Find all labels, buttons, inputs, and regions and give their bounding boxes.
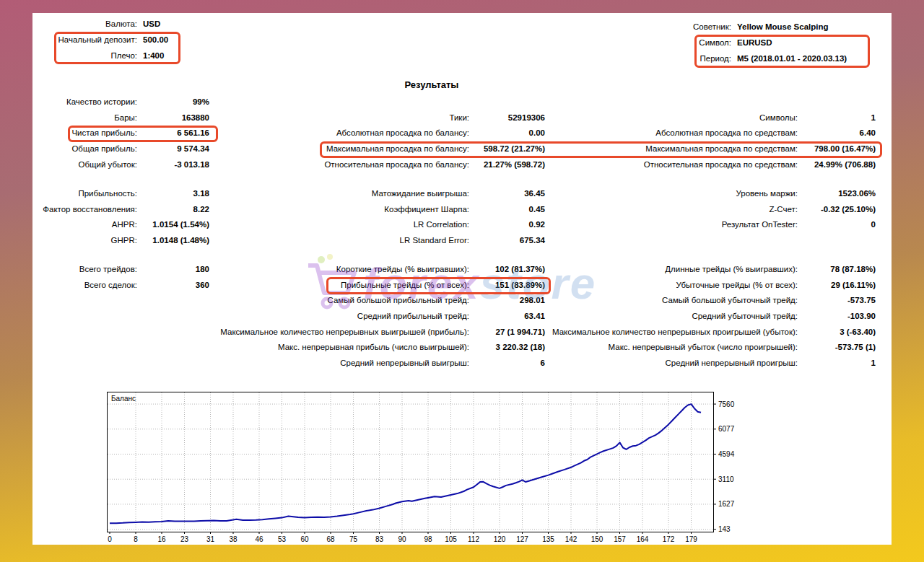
stat-label: LR Correlation: [209, 217, 469, 233]
x-tick-label: 0 [108, 535, 112, 543]
stat-value: 21.27% (598.72) [469, 157, 545, 173]
stat-label: Длинные трейды (% выигравших): [545, 262, 798, 278]
x-tick-label: 60 [300, 535, 309, 543]
leverage-row: Плечо: 1:400 [32, 48, 168, 63]
stats-section-trades: Всего трейдов:180Короткие трейды (% выиг… [32, 262, 876, 372]
stat-value: 6 561.16 [137, 126, 209, 141]
symbol-label: Символ: [538, 35, 731, 51]
x-tick-label: 164 [637, 535, 649, 543]
stat-label [32, 356, 137, 372]
x-tick-label: 157 [614, 535, 626, 543]
stat-label: Самый большой прибыльный трейд: [209, 293, 469, 309]
stat-label: Всего трейдов: [32, 262, 137, 278]
stat-label [32, 309, 137, 325]
stat-label: Максимальная просадка по балансу: [209, 141, 469, 157]
stat-label: Общая прибыль: [32, 141, 137, 157]
stat-value: 0.45 [469, 202, 545, 218]
y-tick-label: 3110 [718, 475, 734, 483]
account-info-right: Советник: Yellow Mouse Scalping Символ: … [538, 19, 847, 66]
stat-label: Убыточные трейды (% от всех): [545, 278, 798, 294]
stat-value: 9 574.34 [137, 141, 209, 157]
stat-label [32, 325, 137, 341]
stat-label: Уровень маржи: [545, 186, 798, 202]
period-value: M5 (2018.01.01 - 2020.03.13) [737, 51, 847, 66]
x-tick-label: 135 [542, 535, 554, 543]
stat-label: Тики: [209, 110, 469, 126]
stat-value: 29 (16.11%) [798, 278, 876, 294]
currency-value: USD [143, 16, 160, 32]
report-panel: Валюта: USD Начальный депозит: 500.00 Пл… [32, 13, 892, 545]
x-tick-label: 8 [134, 535, 138, 543]
stat-label: Фактор восстановления: [32, 202, 137, 218]
symbol-row: Символ: EURUSD [538, 35, 847, 51]
stat-value: 52919306 [469, 110, 545, 126]
stat-value: 78 (87.18%) [798, 262, 876, 278]
stat-value: 102 (81.37%) [469, 262, 545, 278]
stat-label: Прибыльность: [32, 186, 137, 202]
expert-value: Yellow Mouse Scalping [737, 19, 829, 35]
period-label: Период: [538, 51, 731, 66]
stat-value: 99% [137, 95, 209, 110]
stats-section-balance: Качество истории:99%Бары:163880Тики:5291… [32, 95, 876, 172]
stat-value: 1523.06% [798, 186, 876, 202]
stat-value [798, 233, 876, 249]
stat-label [32, 340, 137, 356]
stat-label: Чистая прибыль: [32, 126, 137, 141]
stat-label: GHPR: [32, 233, 137, 249]
stat-label: Максимальное количество непрерывных выиг… [209, 325, 469, 341]
expert-row: Советник: Yellow Mouse Scalping [538, 19, 847, 35]
x-tick-label: 150 [591, 535, 603, 543]
leverage-value: 1:400 [143, 48, 164, 63]
balance-chart: 0816233138465360687583909810511212012713… [107, 392, 757, 547]
stat-value: 798.00 (16.47%) [798, 141, 876, 157]
stat-label: Максимальная просадка по средствам: [545, 141, 798, 157]
stat-label: Средний убыточный трейд: [545, 309, 798, 325]
stat-value: 0.92 [469, 217, 545, 233]
stat-value: 24.99% (706.88) [798, 157, 876, 173]
stat-value: 63.41 [469, 309, 545, 325]
plot-frame [108, 392, 714, 532]
stat-label: Прибыльные трейды (% от всех): [209, 278, 469, 294]
stat-value: 8.22 [137, 202, 209, 218]
x-tick-label: 53 [278, 535, 287, 543]
deposit-value: 500.00 [143, 32, 168, 48]
y-tick-label: 143 [718, 525, 731, 533]
stat-value: -0.32 (25.10%) [798, 202, 876, 218]
stat-label: Символы: [545, 110, 798, 126]
deposit-row: Начальный депозит: 500.00 [32, 32, 168, 48]
y-tick-label: 4594 [718, 450, 735, 458]
chart-title: Баланс [111, 395, 136, 403]
deposit-label: Начальный депозит: [32, 32, 137, 48]
stat-value [137, 293, 209, 309]
account-info-left: Валюта: USD Начальный депозит: 500.00 Пл… [32, 16, 168, 63]
x-tick-label: 83 [375, 535, 384, 543]
stat-value: 163880 [137, 110, 209, 126]
stat-value: -103.90 [798, 309, 876, 325]
x-tick-label: 98 [424, 535, 432, 543]
stat-value [137, 325, 209, 341]
stat-value: 598.72 (21.27%) [469, 141, 545, 157]
stat-label: Относительная просадка по балансу: [209, 157, 469, 173]
page-title: Результаты [32, 79, 831, 90]
y-tick-label: 1627 [718, 500, 735, 508]
stat-value: -573.75 (1) [798, 340, 876, 356]
stat-value: 6 [469, 356, 545, 372]
stat-value: 1.0154 (1.54%) [137, 217, 209, 233]
stat-value: 3 (-63.40) [798, 325, 876, 341]
stat-label: Абсолютная просадка по балансу: [209, 126, 469, 141]
x-tick-label: 90 [398, 535, 406, 543]
stat-value [798, 95, 876, 110]
stat-label [545, 95, 798, 110]
stat-label: Максимальное количество непрерывных прои… [545, 325, 798, 341]
stats-section-ratios: Прибыльность:3.18Матожидание выигрыша:36… [32, 186, 876, 249]
y-tick-label: 7560 [718, 400, 735, 408]
x-tick-label: 120 [494, 535, 506, 543]
stat-label: Коэффициент Шарпа: [209, 202, 469, 218]
x-tick-label: 31 [206, 535, 215, 543]
period-row: Период: M5 (2018.01.01 - 2020.03.13) [538, 51, 847, 66]
stat-value: -3 013.18 [137, 157, 209, 173]
stat-label: Бары: [32, 110, 137, 126]
x-tick-label: 16 [157, 535, 166, 543]
currency-row: Валюта: USD [32, 16, 168, 32]
stat-label: Всего сделок: [32, 278, 137, 294]
